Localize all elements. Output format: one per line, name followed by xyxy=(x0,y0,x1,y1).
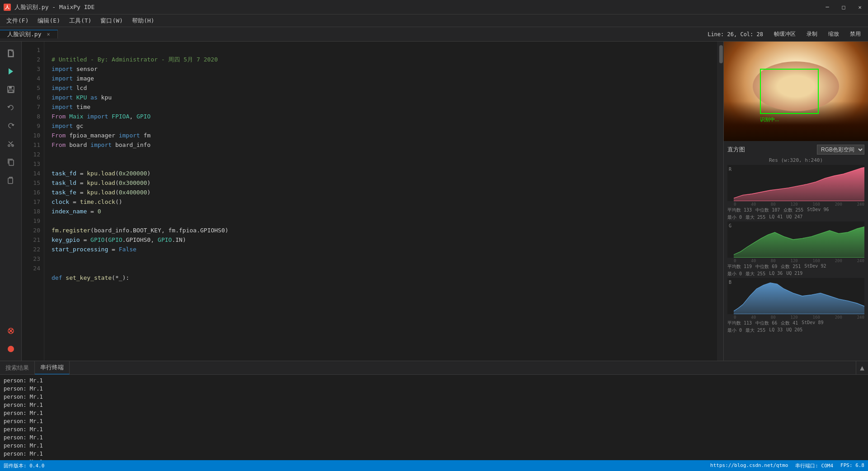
g-stats-2: 最小 0 最大 255 LQ 36 UQ 219 xyxy=(727,271,864,277)
line-numbers: 12345 678910 1112131415 1617181920 21222… xyxy=(22,42,44,361)
menu-item-f[interactable]: 文件(F) xyxy=(2,15,33,27)
b-axis: 04080120160200240 xyxy=(734,315,864,320)
bottom-panel: 搜索结果 串行终端 ▲ person: Mr.1person: Mr.1pers… xyxy=(0,361,868,460)
cut-icon[interactable] xyxy=(3,136,19,152)
g-stats: 平均数 119 中位数 69 众数 251 StDev 92 xyxy=(727,264,864,270)
svg-point-10 xyxy=(8,145,10,146)
editor-area: 12345 678910 1112131415 1617181920 21222… xyxy=(22,42,723,361)
website-url: https://blog.csdn.net/qtmo xyxy=(710,462,788,469)
firmware-version: 固件版本: 0.4.0 xyxy=(4,462,44,469)
g-axis: 04080120160200240 xyxy=(734,259,864,263)
tab-search-results[interactable]: 搜索结果 xyxy=(0,361,35,374)
statusbar: 固件版本: 0.4.0 https://blog.csdn.net/qtmo 串… xyxy=(0,460,868,471)
menubar: 文件(F)编辑(E)工具(T)窗口(W)帮助(H) xyxy=(0,14,868,27)
terminal-line: person: Mr.1 xyxy=(4,377,864,385)
terminal-line: person: Mr.1 xyxy=(4,442,864,450)
terminal-line: person: Mr.1 xyxy=(4,433,864,442)
code-content[interactable]: # Untitled - By: Administrator - 周四 5月 7… xyxy=(44,42,717,361)
zoom-button[interactable]: 缩放 xyxy=(828,30,839,38)
camera-image: 识别中... xyxy=(724,42,868,141)
terminal-collapse-button[interactable]: ▲ xyxy=(856,361,868,374)
histogram-b-channel: B xyxy=(727,278,864,314)
titlebar-controls[interactable]: ─ □ ✕ xyxy=(823,4,864,10)
app-icon: 人 xyxy=(4,4,11,11)
r-histogram-chart xyxy=(734,165,864,201)
svg-rect-7 xyxy=(9,86,12,89)
menu-item-e[interactable]: 编辑(E) xyxy=(33,15,64,27)
status-info: Line: 26, Col: 28 帧缓冲区 录制 缩放 禁用 xyxy=(708,30,868,38)
svg-point-18 xyxy=(8,346,14,352)
svg-marker-5 xyxy=(9,68,13,75)
content-area: 12345 678910 1112131415 1617181920 21222… xyxy=(0,42,868,361)
terminal-line: person: Mr.1 xyxy=(4,393,864,401)
r-axis: 04080120160200240 xyxy=(734,202,864,207)
svg-rect-14 xyxy=(8,178,13,184)
editor-scrollbar[interactable] xyxy=(717,42,723,361)
tab-filename: 人脸识别.py xyxy=(7,30,41,38)
terminal-output: person: Mr.1person: Mr.1person: Mr.1pers… xyxy=(0,375,868,460)
terminal-line: person: Mr.1 xyxy=(4,425,864,433)
b-stats: 平均数 113 中位数 66 众数 41 StDev 89 xyxy=(727,320,864,326)
terminal-line: person: Mr.1 xyxy=(4,409,864,417)
buffer-label: 帧缓冲区 xyxy=(774,30,796,38)
svg-rect-8 xyxy=(9,90,13,92)
left-sidebar xyxy=(0,42,22,361)
titlebar-left: 人 人脸识别.py - MaixPy IDE xyxy=(4,3,94,11)
tab-serial-terminal[interactable]: 串行终端 xyxy=(35,361,70,374)
copy-icon[interactable] xyxy=(3,154,19,170)
close-button[interactable]: ✕ xyxy=(855,4,864,10)
g-channel-label: G xyxy=(727,223,733,228)
b-stats-2: 最小 0 最大 255 LQ 33 UQ 205 xyxy=(727,327,864,334)
tab-face-recognition[interactable]: 人脸识别.py × xyxy=(0,30,58,38)
menu-item-w[interactable]: 窗口(W) xyxy=(96,15,127,27)
face-detection-label: 识别中... xyxy=(760,116,779,123)
paste-icon[interactable] xyxy=(3,172,19,188)
tab-close-button[interactable]: × xyxy=(47,31,50,38)
terminal-line: person: Mr.1 xyxy=(4,385,864,393)
histogram-r-channel: R xyxy=(727,165,864,201)
editor-content[interactable]: 12345 678910 1112131415 1617181920 21222… xyxy=(22,42,723,361)
connect-icon[interactable] xyxy=(3,323,19,339)
terminal-line: person: Mr.1 xyxy=(4,417,864,425)
run-icon[interactable] xyxy=(3,63,19,80)
redo-icon[interactable] xyxy=(3,118,19,134)
r-stats: 平均数 133 中位数 107 众数 255 StDev 96 xyxy=(727,207,864,213)
stop-icon[interactable] xyxy=(3,341,19,357)
histogram-header: 直方图 RGB色彩空间 xyxy=(727,145,864,155)
statusbar-left: 固件版本: 0.4.0 xyxy=(4,462,44,469)
undo-icon[interactable] xyxy=(3,99,19,116)
b-histogram-chart xyxy=(734,278,864,314)
line-col-indicator: Line: 26, Col: 28 xyxy=(708,31,763,38)
terminal-line: person: Mr.1 xyxy=(4,401,864,409)
menu-item-h[interactable]: 帮助(H) xyxy=(127,15,159,27)
serial-port: 串行端口: COM4 xyxy=(795,462,833,469)
svg-line-12 xyxy=(10,141,13,144)
bottom-tabs: 搜索结果 串行终端 ▲ xyxy=(0,361,868,375)
save-icon[interactable] xyxy=(3,81,19,98)
right-panel: 识别中... 直方图 RGB色彩空间 Res (w:320, h:240) R xyxy=(723,42,868,361)
histogram-title: 直方图 xyxy=(727,146,745,154)
colorspace-select[interactable]: RGB色彩空间 xyxy=(817,145,864,155)
histogram-section: 直方图 RGB色彩空间 Res (w:320, h:240) R xyxy=(724,141,868,361)
file-icon[interactable] xyxy=(3,45,19,61)
terminal-line: person: Mr.1 xyxy=(4,450,864,458)
g-histogram-chart xyxy=(734,221,864,258)
camera-view: 识别中... xyxy=(724,42,868,141)
histogram-resolution: Res (w:320, h:240) xyxy=(727,157,864,163)
minimize-button[interactable]: ─ xyxy=(823,4,832,10)
terminal-line: person: Mr.1 xyxy=(4,458,864,460)
r-stats-2: 最小 0 最大 255 LQ 41 UQ 247 xyxy=(727,214,864,221)
titlebar-title: 人脸识别.py - MaixPy IDE xyxy=(14,3,94,11)
face-detection-box xyxy=(760,69,819,114)
maximize-button[interactable]: □ xyxy=(839,4,848,10)
record-button[interactable]: 录制 xyxy=(807,30,817,38)
b-channel-label: B xyxy=(727,280,733,285)
disable-button[interactable]: 禁用 xyxy=(850,30,861,38)
tab-area: 人脸识别.py × Line: 26, Col: 28 帧缓冲区 录制 缩放 禁… xyxy=(0,27,868,42)
titlebar: 人 人脸识别.py - MaixPy IDE ─ □ ✕ xyxy=(0,0,868,14)
menu-item-t[interactable]: 工具(T) xyxy=(65,15,96,27)
statusbar-right: https://blog.csdn.net/qtmo 串行端口: COM4 FP… xyxy=(710,462,864,469)
fps-counter: FPS: 6.8 xyxy=(840,462,864,469)
r-channel-label: R xyxy=(727,167,733,172)
main-layout: 12345 678910 1112131415 1617181920 21222… xyxy=(0,42,868,460)
